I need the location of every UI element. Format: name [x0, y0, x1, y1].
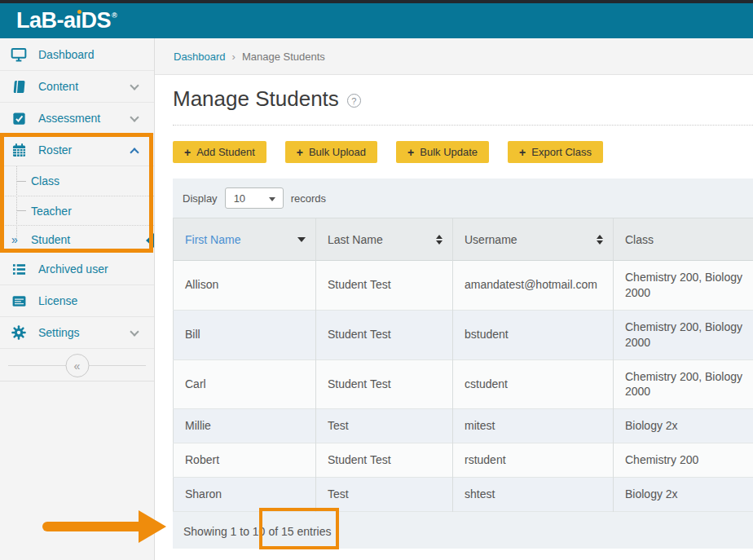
logo-orange-dot-icon	[77, 10, 81, 14]
page-title: Manage Students	[173, 86, 339, 112]
cell-last-name: Test	[316, 478, 453, 512]
sidebar-item-label: Assessment	[38, 112, 100, 125]
add-student-button[interactable]: + Add Student	[173, 141, 266, 163]
calendar-icon	[11, 142, 27, 158]
sidebar-item-roster[interactable]: Roster	[0, 134, 154, 166]
students-table-panel: Display 10 records First Name Last Name	[173, 179, 753, 549]
sidebar-collapse-button[interactable]: «	[65, 354, 89, 377]
sidebar-nav: Dashboard Content Assessment Roster Clas…	[0, 38, 155, 560]
sort-desc-icon	[297, 237, 306, 242]
students-table: First Name Last Name Username Class	[173, 218, 753, 512]
sidebar-item-settings[interactable]: Settings	[0, 317, 154, 349]
sidebar-item-dashboard[interactable]: Dashboard	[0, 38, 154, 71]
sidebar-item-label: Roster	[38, 143, 72, 157]
button-label: Export Class	[531, 146, 592, 158]
table-row: Millie Test mitest Biology 2x	[174, 409, 753, 443]
cell-first-name: Millie	[174, 409, 316, 443]
help-icon[interactable]: ?	[347, 94, 361, 108]
cell-username: cstudent	[453, 359, 614, 409]
button-label: Bulk Update	[420, 146, 478, 158]
records-label: records	[291, 192, 326, 205]
cell-class: Chemistry 200	[614, 443, 753, 478]
page-size-value: 10	[234, 192, 245, 205]
sidebar-item-archived-user[interactable]: Archived user	[0, 254, 154, 285]
sort-both-icon	[597, 235, 603, 245]
column-label: Username	[465, 233, 517, 246]
sidebar-item-class[interactable]: Class	[0, 166, 154, 196]
bulk-update-button[interactable]: + Bulk Update	[396, 141, 489, 163]
breadcrumb-current: Manage Students	[242, 51, 325, 63]
cell-first-name: Robert	[174, 443, 316, 478]
chevron-down-icon	[130, 327, 139, 336]
sidebar-item-label: License	[38, 294, 77, 307]
column-header-username[interactable]: Username	[453, 218, 614, 261]
page-size-select[interactable]: 10	[225, 187, 284, 209]
lab-aids-logo: LaB-aıDS ®	[16, 10, 117, 32]
plus-icon: +	[184, 146, 191, 159]
table-row: Robert Student Test rstudent Chemistry 2…	[174, 443, 753, 478]
table-row: Allison Student Test amandatest@hotmail.…	[174, 261, 753, 311]
cell-username: bstudent	[453, 310, 614, 359]
gear-icon	[11, 324, 27, 341]
cell-first-name: Sharon	[174, 478, 316, 512]
cell-last-name: Student Test	[316, 443, 453, 478]
column-header-first-name[interactable]: First Name	[174, 218, 316, 261]
table-header-row: First Name Last Name Username Class	[174, 218, 753, 261]
column-label: Class	[625, 233, 654, 246]
sidebar-item-content[interactable]: Content	[0, 71, 154, 103]
sidebar-item-label: Archived user	[38, 262, 108, 276]
button-label: Add Student	[196, 146, 255, 158]
cell-last-name: Student Test	[316, 261, 453, 311]
page-size-row: Display 10 records	[173, 179, 753, 218]
checkbox-check-icon	[11, 110, 27, 126]
cell-first-name: Carl	[174, 359, 316, 409]
sidebar-item-license[interactable]: License	[0, 285, 154, 317]
table-row: Sharon Test shtest Biology 2x	[174, 478, 753, 512]
column-label: First Name	[185, 233, 240, 246]
column-header-last-name[interactable]: Last Name	[316, 218, 453, 261]
plus-icon: +	[297, 146, 303, 159]
breadcrumb-separator: ›	[232, 51, 236, 63]
active-item-arrow-icon	[146, 233, 154, 248]
sidebar-item-label: Content	[38, 80, 78, 93]
cell-username: shtest	[453, 478, 614, 512]
cell-username: mitest	[453, 409, 614, 443]
main-content: Manage Students ? + Add Student + Bulk U…	[155, 75, 753, 560]
plus-icon: +	[407, 146, 414, 159]
sidebar-item-student[interactable]: » Student	[0, 225, 154, 254]
active-item-marker-icon: »	[11, 233, 18, 246]
title-row: Manage Students ?	[173, 75, 753, 112]
entries-summary-prefix: Showing 1 to 10	[183, 525, 265, 538]
column-header-class[interactable]: Class	[614, 218, 753, 261]
table-row: Carl Student Test cstudent Chemistry 200…	[174, 359, 753, 409]
chevron-up-icon	[130, 148, 139, 157]
cell-class: Biology 2x	[614, 478, 753, 512]
logo-text-prefix: LaB-a	[16, 10, 76, 32]
cell-last-name: Student Test	[316, 359, 453, 409]
sidebar-item-label: Class	[31, 174, 59, 187]
registered-mark: ®	[112, 12, 117, 20]
sidebar-item-label: Settings	[38, 326, 80, 339]
cell-first-name: Allison	[174, 261, 316, 311]
cell-first-name: Bill	[174, 310, 316, 359]
tree-branch-icon	[16, 210, 26, 211]
entries-summary-highlighted: of 15 entries	[268, 525, 331, 538]
book-icon	[11, 78, 27, 95]
export-class-button[interactable]: + Export Class	[508, 141, 603, 163]
cell-last-name: Test	[316, 409, 453, 443]
cell-class: Chemistry 200, Biology 2000	[614, 261, 753, 311]
column-label: Last Name	[328, 233, 383, 246]
roster-submenu: Class Teacher » Student	[0, 166, 154, 254]
sidebar-item-assessment[interactable]: Assessment	[0, 103, 154, 134]
monitor-icon	[11, 46, 27, 63]
cell-last-name: Student Test	[316, 310, 453, 359]
breadcrumb-dashboard-link[interactable]: Dashboard	[174, 51, 226, 63]
sidebar-item-teacher[interactable]: Teacher	[0, 196, 154, 225]
sort-both-icon	[436, 235, 443, 245]
sidebar-collapse-row: «	[0, 349, 154, 381]
cell-class: Biology 2x	[614, 409, 753, 443]
logo-text-suffix: DS	[81, 10, 112, 32]
chevron-down-icon	[130, 81, 139, 90]
bulk-upload-button[interactable]: + Bulk Upload	[285, 141, 377, 163]
logo-letter-i: ı	[76, 10, 81, 32]
